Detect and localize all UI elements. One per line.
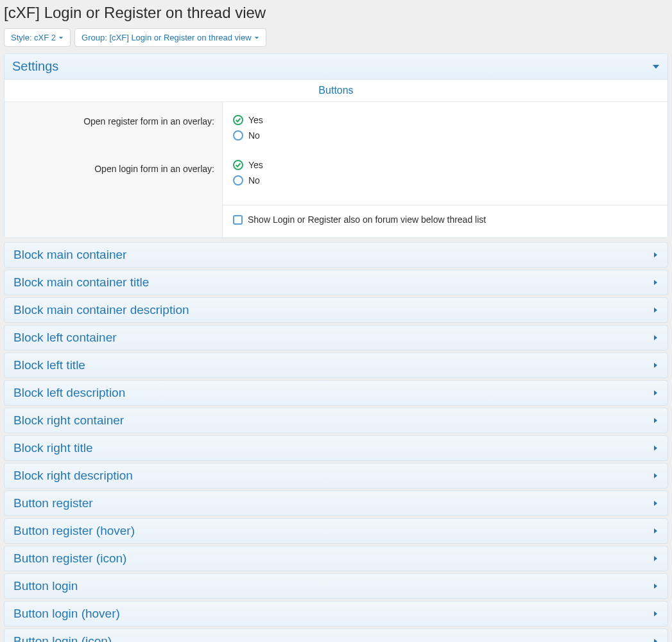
collapsed-panel[interactable]: Block right description xyxy=(4,463,668,489)
login-overlay-no-radio[interactable]: No xyxy=(233,175,657,186)
collapsed-panel[interactable]: Button login (icon) xyxy=(4,629,668,642)
register-overlay-no-radio[interactable]: No xyxy=(233,130,657,141)
caret-right-icon xyxy=(652,611,659,617)
style-dropdown-label: Style: cXF 2 xyxy=(11,33,56,42)
collapsed-panel[interactable]: Button register xyxy=(4,490,668,516)
radio-label: No xyxy=(248,175,260,186)
radio-label: Yes xyxy=(248,115,263,125)
register-overlay-label: Open register form in an overlay: xyxy=(17,116,214,126)
radio-unchecked-icon xyxy=(233,175,243,186)
collapsed-panel-title: Button register (icon) xyxy=(13,551,126,566)
caret-right-icon xyxy=(652,555,659,562)
caret-right-icon xyxy=(652,445,659,451)
collapsed-panel[interactable]: Block main container xyxy=(4,242,668,268)
radio-checked-icon xyxy=(233,115,243,125)
page-title: [cXF] Login or Register on thread view xyxy=(4,4,668,22)
collapsed-panel-title: Button register xyxy=(13,496,93,510)
caret-right-icon xyxy=(652,252,659,258)
collapsed-panel[interactable]: Block left description xyxy=(4,380,668,406)
caret-right-icon xyxy=(652,528,659,534)
group-dropdown-label: Group: [cXF] Login or Register on thread… xyxy=(82,33,251,42)
register-overlay-radio-group: Yes No xyxy=(233,115,657,141)
collapsed-panel[interactable]: Block right container xyxy=(4,408,668,433)
checkbox-unchecked-icon xyxy=(233,215,243,225)
collapsed-panel-title: Block left description xyxy=(13,386,125,400)
caret-right-icon xyxy=(652,307,659,313)
checkbox-label: Show Login or Register also on forum vie… xyxy=(248,214,486,225)
login-overlay-yes-radio[interactable]: Yes xyxy=(233,160,657,170)
collapsed-panel-title: Button login (hover) xyxy=(13,607,120,621)
collapsed-panel[interactable]: Button login (hover) xyxy=(4,601,668,627)
caret-right-icon xyxy=(652,390,659,396)
caret-right-icon xyxy=(652,583,659,589)
caret-down-icon xyxy=(652,63,660,71)
radio-label: No xyxy=(248,130,260,141)
caret-down-icon xyxy=(254,35,259,40)
login-overlay-label: Open login form in an overlay: xyxy=(17,164,214,174)
collapsed-panel-title: Button register (hover) xyxy=(13,524,135,538)
settings-panel: Settings Buttons Open register form in a… xyxy=(4,53,668,238)
collapsed-panel[interactable]: Button login xyxy=(4,573,668,599)
form-labels-column: Open register form in an overlay: Open l… xyxy=(4,102,223,238)
collapsed-panel-list: Block main containerBlock main container… xyxy=(4,242,668,642)
style-dropdown[interactable]: Style: cXF 2 xyxy=(4,28,71,47)
collapsed-panel-title: Block main container xyxy=(13,248,126,262)
collapsed-panel[interactable]: Block main container description xyxy=(4,297,668,323)
collapsed-panel[interactable]: Button register (icon) xyxy=(4,546,668,571)
collapsed-panel-title: Block main container title xyxy=(13,275,149,290)
show-on-forum-view-checkbox[interactable]: Show Login or Register also on forum vie… xyxy=(233,214,657,225)
collapsed-panel[interactable]: Block left container xyxy=(4,325,668,351)
collapsed-panel-title: Block left container xyxy=(13,331,117,345)
dropdown-bar: Style: cXF 2 Group: [cXF] Login or Regis… xyxy=(4,28,668,47)
group-dropdown[interactable]: Group: [cXF] Login or Register on thread… xyxy=(74,28,266,47)
caret-down-icon xyxy=(58,35,64,40)
caret-right-icon xyxy=(652,638,659,642)
collapsed-panel-title: Block right title xyxy=(13,441,93,455)
collapsed-panel-title: Button login xyxy=(13,579,78,593)
collapsed-panel[interactable]: Block left title xyxy=(4,352,668,378)
caret-right-icon xyxy=(652,500,659,507)
caret-right-icon xyxy=(652,473,659,479)
collapsed-panel[interactable]: Block right title xyxy=(4,435,668,461)
radio-label: Yes xyxy=(248,160,263,170)
caret-right-icon xyxy=(652,279,659,286)
collapsed-panel-title: Block left title xyxy=(13,358,85,372)
separator xyxy=(223,205,668,205)
collapsed-panel[interactable]: Button register (hover) xyxy=(4,518,668,544)
settings-panel-header[interactable]: Settings xyxy=(4,54,668,80)
radio-unchecked-icon xyxy=(233,130,243,141)
collapsed-panel-title: Block main container description xyxy=(13,303,189,317)
radio-checked-icon xyxy=(233,160,243,170)
register-overlay-yes-radio[interactable]: Yes xyxy=(233,115,657,125)
login-overlay-radio-group: Yes No xyxy=(233,160,657,186)
settings-panel-title: Settings xyxy=(12,59,58,74)
settings-subheading: Buttons xyxy=(4,80,668,102)
form-controls-column: Yes No Yes N xyxy=(223,102,668,238)
collapsed-panel-title: Block right description xyxy=(13,469,133,483)
settings-form: Open register form in an overlay: Open l… xyxy=(4,102,668,238)
caret-right-icon xyxy=(652,334,659,341)
caret-right-icon xyxy=(652,417,659,424)
collapsed-panel-title: Block right container xyxy=(13,413,124,428)
collapsed-panel[interactable]: Block main container title xyxy=(4,270,668,295)
caret-right-icon xyxy=(652,362,659,369)
collapsed-panel-title: Button login (icon) xyxy=(13,634,112,642)
